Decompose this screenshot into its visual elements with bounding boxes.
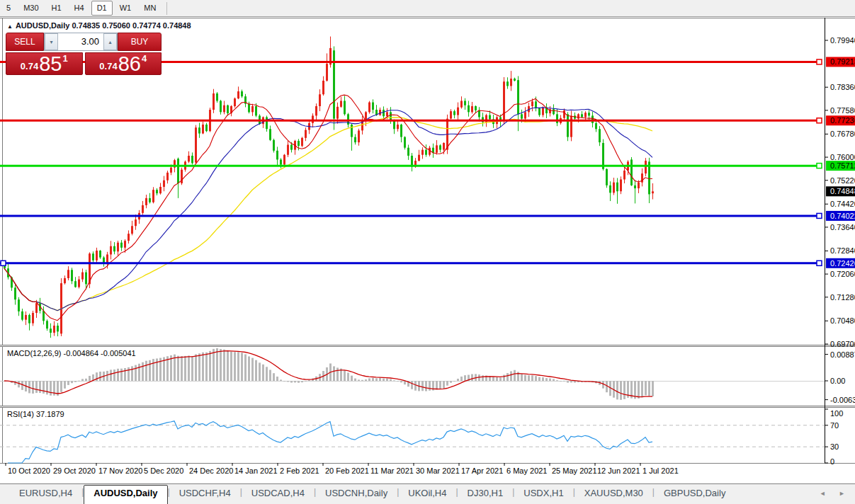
price-tick-label: 0.72060 (830, 270, 855, 278)
tab-scroll-arrows: ◄ ► (820, 490, 851, 497)
price-tick-label: 0.75220 (830, 176, 855, 185)
date-tick-label: 14 Jan 2021 (234, 466, 278, 475)
price-tick-label: 0.76780 (830, 130, 855, 138)
price-tick-label: 0.71280 (830, 293, 855, 302)
price-badge: 0.79213 (830, 57, 855, 66)
rsi-tick-label: 100 (830, 409, 843, 418)
level-handle[interactable] (817, 118, 822, 123)
rsi-tick-label: 0 (830, 457, 834, 466)
volume-input[interactable]: 3.00 (58, 33, 103, 50)
ask-price-display[interactable]: 0.74864 (85, 52, 162, 75)
price-badge: 0.77236 (830, 116, 855, 125)
price-badge: 0.75712 (830, 161, 855, 170)
sell-button[interactable]: SELL (6, 33, 44, 51)
level-handle[interactable] (817, 59, 822, 64)
price-badge: 0.74022 (830, 212, 855, 220)
tab-EURUSD-H4[interactable]: EURUSD,H4 (10, 486, 81, 503)
ask-big-digits: 86 (118, 55, 141, 73)
level-handle[interactable] (1, 260, 6, 265)
timeframe-toolbar: 5M30H1H4D1W1MN (0, 0, 855, 17)
date-tick-label: 12 Jun 2021 (597, 466, 640, 475)
rsi-tick-label: 30 (830, 442, 839, 451)
macd-tick-label: -0.00632 (830, 396, 855, 404)
collapse-panel-icon[interactable]: ▲ (7, 23, 13, 30)
ask-pipette: 4 (142, 53, 147, 64)
rsi-tick-label: 70 (830, 421, 839, 430)
volume-increase-button[interactable]: ▴ (103, 33, 117, 50)
bid-pipette: 1 (62, 53, 67, 64)
tab-scroll-right-icon[interactable]: ► (839, 490, 851, 497)
panel-separators[interactable] (0, 345, 855, 464)
date-tick-label: 25 May 2021 (552, 466, 597, 475)
tab-DJ30-H1[interactable]: DJ30,H1 (458, 486, 513, 503)
date-tick-label: 11 Mar 2021 (370, 466, 414, 475)
bid-price-display[interactable]: 0.74851 (6, 52, 83, 75)
chart-title: ▲AUDUSD,Daily 0.74835 0.75060 0.74774 0.… (7, 21, 191, 30)
timeframe-button-H1[interactable]: H1 (46, 1, 67, 16)
timeframe-button-H4[interactable]: H4 (69, 1, 90, 16)
bid-prefix: 0.74 (21, 61, 38, 71)
date-tick-label: 30 Mar 2021 (416, 466, 460, 475)
toolbar-separator (166, 2, 167, 15)
date-tick-label: 5 Dec 2020 (144, 466, 183, 475)
symbol-tab-bar: EURUSD,H4|AUDUSD,Daily|USDCHF,H4|USDCAD,… (0, 483, 855, 504)
tab-USDCAD-H4[interactable]: USDCAD,H4 (242, 486, 314, 503)
date-tick-label: 6 May 2021 (506, 466, 547, 475)
price-tick-label: 0.74420 (830, 200, 855, 208)
price-tick-label: 0.77580 (830, 106, 855, 115)
timeframe-button-MN[interactable]: MN (138, 1, 162, 16)
date-tick-label: 24 Dec 2020 (189, 466, 233, 475)
level-handle[interactable] (817, 164, 822, 168)
candles-layer (4, 37, 654, 338)
price-tick-label: 0.72840 (830, 246, 855, 255)
price-axis[interactable]: 0.799400.783600.775800.767800.760000.752… (825, 18, 855, 466)
tab-scroll-left-icon[interactable]: ◄ (820, 490, 832, 497)
volume-stepper: ▾ 3.00 ▴ (44, 33, 118, 51)
tab-USDX-H1[interactable]: USDX,H1 (514, 486, 572, 503)
tab-GBPUSD-Daily[interactable]: GBPUSD,Daily (655, 486, 735, 503)
macd-tick-label: 0.00 (830, 377, 845, 385)
date-tick-label: 20 Feb 2021 (325, 466, 369, 475)
rsi-label: RSI(14) 37.1879 (7, 410, 64, 418)
tab-USDCHF-H4[interactable]: USDCHF,H4 (170, 486, 240, 503)
macd-tick-label: 0.008871 (830, 350, 855, 359)
date-tick-label: 1 Jul 2021 (642, 466, 679, 475)
chart-ohlc-values: 0.74835 0.75060 0.74774 0.74848 (72, 21, 191, 30)
macd-label: MACD(12,26,9) -0.004864 -0.005041 (7, 349, 136, 357)
date-tick-label: 17 Apr 2021 (461, 466, 503, 475)
price-tick-label: 0.79940 (830, 36, 855, 45)
price-badge: 0.72426 (830, 259, 855, 268)
price-tick-label: 0.73640 (830, 223, 855, 231)
moving-averages-layer (4, 95, 652, 321)
price-tick-label: 0.76000 (830, 153, 855, 161)
tab-UKOil-H4[interactable]: UKOil,H4 (399, 486, 455, 503)
trading-platform-window: 5M30H1H4D1W1MN 0.799400.783600.775800.76… (0, 0, 855, 504)
price-tick-label: 0.69700 (830, 340, 855, 348)
bid-big-digits: 85 (39, 55, 62, 73)
date-tick-label: 29 Oct 2020 (53, 466, 96, 475)
timeframe-button-D1[interactable]: D1 (91, 1, 113, 16)
level-handle[interactable] (817, 213, 822, 218)
tab-USDCNH-Daily[interactable]: USDCNH,Daily (316, 486, 397, 503)
tab-XAUUSD-M30[interactable]: XAUUSD,M30 (575, 486, 652, 503)
volume-decrease-button[interactable]: ▾ (45, 33, 58, 50)
one-click-trade-panel: SELL ▾ 3.00 ▴ BUY 0.74851 0.74864 (6, 33, 162, 75)
price-badge: 0.74848 (830, 187, 855, 195)
chart-symbol-label: AUDUSD,Daily (16, 21, 69, 30)
price-tick-label: 0.78360 (830, 83, 855, 91)
tab-AUDUSD-Daily[interactable]: AUDUSD,Daily (84, 485, 167, 504)
rsi-panel (0, 421, 825, 463)
date-tick-label: 2 Feb 2021 (280, 466, 319, 475)
price-tick-label: 0.70480 (830, 316, 855, 325)
price-chart[interactable]: 0.799400.783600.775800.767800.760000.752… (0, 17, 855, 483)
level-handle[interactable] (817, 260, 822, 265)
timeframe-button-W1[interactable]: W1 (114, 1, 137, 16)
timeframe-button-5[interactable]: 5 (1, 1, 16, 16)
date-axis[interactable]: 10 Oct 202029 Oct 202017 Nov 20205 Dec 2… (6, 463, 679, 475)
date-tick-label: 10 Oct 2020 (8, 466, 50, 475)
ask-prefix: 0.74 (99, 61, 117, 71)
timeframe-button-M30[interactable]: M30 (18, 1, 44, 16)
date-tick-label: 17 Nov 2020 (98, 466, 142, 475)
buy-button[interactable]: BUY (118, 33, 162, 51)
